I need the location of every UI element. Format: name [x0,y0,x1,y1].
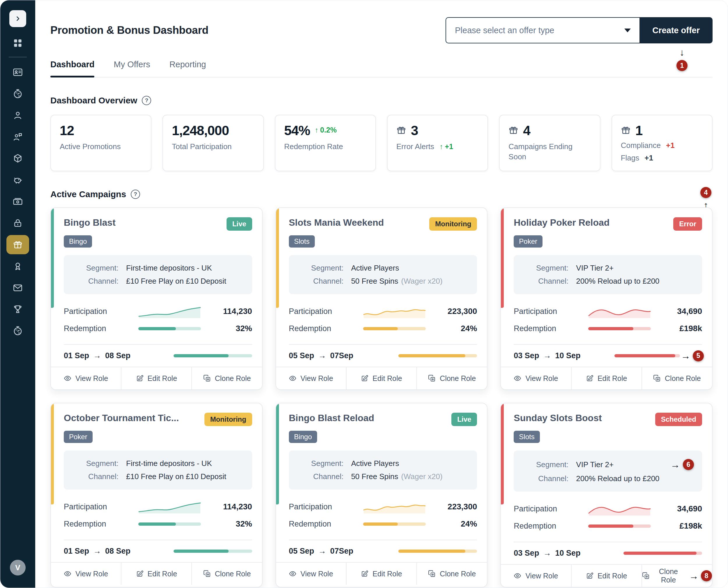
clone-role-button[interactable]: Clone Role [192,563,262,585]
sidebar-item-rewards[interactable] [7,255,29,277]
create-offer-button[interactable]: Create offer [640,17,712,43]
sidebar-item-support[interactable] [7,126,29,148]
edit-role-button[interactable]: Edit Role [346,367,417,390]
sidebar-item-limits[interactable]: 75 80 [7,83,29,105]
user-avatar[interactable]: V [10,560,26,575]
stat-card-total-participation: 1,248,000 Total Participation [163,115,263,171]
sidebar-item-sessions[interactable]: 75 80 [7,320,29,342]
view-role-button[interactable]: View Role [51,367,122,390]
app-window: 75 80 [0,0,728,588]
help-icon[interactable]: ? [142,96,151,105]
edit-role-button[interactable]: Edit Role [346,563,417,585]
redemption-bar [138,523,201,526]
dice-cube-icon [13,153,23,164]
timeline-bar [623,552,702,555]
stat-value: 4 [523,124,530,138]
active-campaigns-heading: Active Campaigns [50,189,126,199]
sidebar-item-security[interactable] [7,212,29,234]
flag-delta: +1 [666,141,675,150]
apps-grid-icon [12,38,23,49]
offer-controls: Please select an offer type Create offer… [446,17,712,43]
view-role-button[interactable]: View Role [276,367,346,390]
right-arrow-icon: → [543,549,551,558]
clone-role-button[interactable]: Clone Role [417,367,487,390]
edit-icon [586,572,594,580]
chevron-right-icon [14,14,22,23]
sidebar-item-players[interactable] [7,61,29,83]
tab-bar: Dashboard My Offers Reporting [50,60,712,78]
stat-label: Campaigns Ending Soon [509,142,591,162]
help-icon[interactable]: ? [131,190,140,199]
sidebar-item-tournaments[interactable] [7,298,29,320]
chevron-down-icon [624,28,631,32]
campaign-details: Segment: First-time depositors - UK Chan… [64,255,252,294]
campaign-dates: 03 Sep → 10 Sep → 5 [514,344,702,367]
stat-value: 54% [284,124,310,138]
status-badge: Monitoring [429,217,477,231]
participation-sparkline [363,500,426,514]
edit-role-button[interactable]: Edit Role [122,563,192,585]
clone-role-button[interactable]: Clone Role [642,367,712,390]
stat-label: Error Alerts [396,142,434,152]
sidebar: 75 80 [0,0,35,588]
eye-icon [514,572,521,580]
medal-icon [13,261,23,271]
campaign-card-bingo-blast: Bingo Blast Live Bingo Segment: First-ti… [50,207,263,390]
edit-role-button[interactable]: Edit Role [572,367,642,390]
edit-icon [361,570,368,578]
view-role-button[interactable]: View Role [276,563,346,585]
banknotes-icon [13,196,23,207]
offer-type-select[interactable]: Please select an offer type [446,17,640,43]
sidebar-item-games[interactable] [7,148,29,169]
status-badge: Monitoring [205,413,252,426]
annotation-badge-6: 6 [683,459,694,470]
edit-role-button[interactable]: Edit Role [122,367,192,390]
card-accent-bar [276,403,279,504]
sidebar-expand-button[interactable] [9,10,26,27]
offer-select-placeholder: Please select an offer type [455,26,554,35]
right-arrow-icon: → [689,571,699,581]
campaign-dates: 01 Sep → 08 Sep [64,540,252,562]
timeline-bar [615,354,680,357]
campaign-title: Bingo Blast Reload [289,413,374,423]
sidebar-item-users[interactable] [7,105,29,126]
annotation-cluster-5: → 5 [681,350,704,361]
tab-dashboard[interactable]: Dashboard [50,60,94,77]
view-role-button[interactable]: View Role [501,565,571,587]
eye-icon [64,570,71,578]
gift-icon [13,240,23,250]
sidebar-item-payments[interactable] [7,191,29,212]
edit-role-button[interactable]: Edit Role [572,565,642,587]
campaign-card-slots-mania: Slots Mania Weekend Monitoring Slots Seg… [276,207,488,390]
view-role-button[interactable]: View Role [51,563,122,585]
sidebar-item-messages[interactable] [7,277,29,298]
redemption-bar [363,523,426,526]
campaign-title: Holiday Poker Reload [514,217,609,228]
view-role-button[interactable]: View Role [501,367,571,390]
stat-label: Redemption Rate [284,142,367,152]
sidebar-item-promotions[interactable] [6,235,29,254]
clone-icon [653,375,661,382]
stat-delta: ↑ +1 [440,142,453,151]
redemption-bar [363,327,426,330]
redemption-bar [138,327,201,330]
category-tag: Slots [514,431,540,443]
tab-reporting[interactable]: Reporting [170,60,206,77]
sidebar-item-deposits[interactable] [7,169,29,191]
redemption-bar [588,327,651,330]
campaign-card-october-tournament: October Tournament Tic... Monitoring Pok… [50,403,263,587]
edit-icon [136,570,144,578]
clone-role-button[interactable]: Clone Role [192,367,262,390]
stat-label-line: Flags +1 [621,153,703,163]
stat-card-redemption-rate: 54% ↑ 0.2% Redemption Rate [275,115,376,171]
participation-sparkline [363,304,426,319]
clone-role-button[interactable]: Clone Role → 8 [642,565,712,587]
status-badge: Scheduled [655,413,702,426]
page-title: Promotion & Bonus Dashboard [50,24,209,36]
campaign-dates: 01 Sep → 08 Sep [64,344,252,367]
apps-grid-button[interactable] [7,34,29,52]
campaign-card-sunday-slots: Sunday Slots Boost Scheduled Slots Segme… [500,403,712,587]
clone-role-button[interactable]: Clone Role [417,563,487,585]
clone-icon [428,570,436,578]
tab-my-offers[interactable]: My Offers [113,60,150,77]
